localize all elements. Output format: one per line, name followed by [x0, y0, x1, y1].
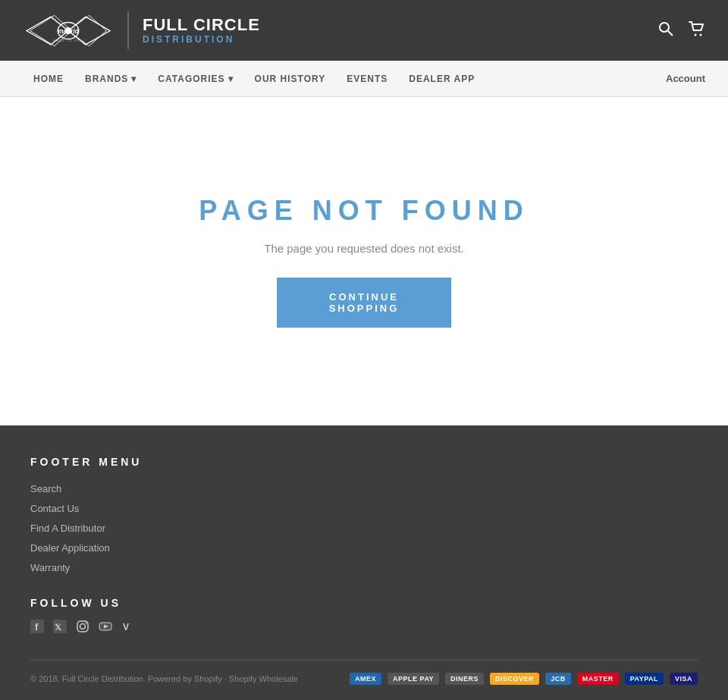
svg-text:V: V — [123, 622, 129, 633]
copyright-text: © 2018, Full Circle Distribution. Powere… — [30, 674, 298, 683]
footer-link-distributor[interactable]: Find A Distributor — [30, 523, 105, 534]
continue-shopping-button[interactable]: CONTINUE SHOPPING — [277, 278, 451, 328]
brand-name: FULL CIRCLE DISTRIBUTION — [143, 16, 260, 45]
footer-link-warranty[interactable]: Warranty — [30, 562, 70, 573]
nav-home[interactable]: HOME — [23, 61, 74, 97]
page-message: The page you requested does not exist. — [264, 242, 464, 255]
social-icons-group: f 𝕏 V — [30, 620, 698, 637]
cart-button[interactable] — [689, 21, 705, 40]
main-content: PAGE NOT FOUND The page you requested do… — [0, 97, 728, 425]
header-actions — [658, 21, 705, 40]
cart-icon — [689, 21, 705, 36]
mastercard-payment-icon: Master — [577, 673, 619, 685]
nav-brands[interactable]: BRANDS ▾ — [74, 61, 147, 97]
page-title: PAGE NOT FOUND — [199, 195, 529, 227]
nav-our-history[interactable]: OUR HISTORY — [244, 61, 337, 97]
footer-links-list: Search Contact Us Find A Distributor Dea… — [30, 482, 698, 574]
logo-area: madrid MADE IN USA FULL CIRCLE DISTRIBUT… — [23, 10, 260, 52]
svg-point-8 — [660, 23, 669, 32]
diners-payment-icon: Diners — [445, 673, 484, 685]
nav-events[interactable]: EVENTS — [336, 61, 398, 97]
site-footer: FOOTER MENU Search Contact Us Find A Dis… — [0, 425, 728, 700]
youtube-icon[interactable] — [99, 620, 112, 637]
list-item: Find A Distributor — [30, 521, 698, 535]
logo-divider — [127, 11, 129, 49]
search-icon — [658, 21, 673, 36]
paypal-payment-icon: PayPal — [625, 673, 664, 685]
visa-payment-icon: Visa — [670, 673, 698, 685]
svg-text:MADE IN USA: MADE IN USA — [54, 39, 83, 42]
nav-items: HOME BRANDS ▾ CATAGORIES ▾ OUR HISTORY E… — [23, 61, 485, 97]
madrid-logo-svg: madrid MADE IN USA — [23, 10, 114, 52]
footer-link-search[interactable]: Search — [30, 483, 61, 494]
search-button[interactable] — [658, 21, 673, 40]
list-item: Dealer Application — [30, 541, 698, 554]
instagram-icon[interactable] — [76, 620, 89, 637]
svg-text:𝕏: 𝕏 — [55, 623, 61, 632]
footer-link-contact[interactable]: Contact Us — [30, 503, 79, 514]
list-item: Warranty — [30, 560, 698, 574]
follow-title: FOLLOW US — [30, 597, 698, 609]
chevron-down-icon: ▾ — [131, 74, 136, 84]
footer-link-dealer[interactable]: Dealer Application — [30, 542, 110, 554]
site-header: madrid MADE IN USA FULL CIRCLE DISTRIBUT… — [0, 0, 728, 61]
footer-bottom: © 2018, Full Circle Distribution. Powere… — [30, 660, 698, 685]
main-nav: HOME BRANDS ▾ CATAGORIES ▾ OUR HISTORY E… — [0, 61, 728, 97]
amex-payment-icon: AMEX — [350, 673, 381, 685]
svg-line-9 — [668, 31, 673, 36]
svg-text:madrid: madrid — [58, 28, 79, 35]
chevron-down-icon-2: ▾ — [228, 74, 234, 84]
nav-dealer-app[interactable]: DEALER APP — [398, 61, 485, 97]
list-item: Contact Us — [30, 501, 698, 515]
brand-main-line1: FULL CIRCLE — [143, 16, 260, 34]
svg-point-10 — [695, 33, 697, 36]
vimeo-icon[interactable]: V — [121, 620, 135, 637]
svg-point-18 — [86, 623, 87, 624]
twitter-icon[interactable]: 𝕏 — [53, 620, 67, 637]
footer-menu-section: FOOTER MENU Search Contact Us Find A Dis… — [30, 456, 698, 574]
account-link[interactable]: Account — [666, 73, 705, 84]
svg-text:f: f — [35, 621, 39, 633]
svg-point-17 — [80, 624, 86, 629]
svg-point-11 — [700, 33, 702, 36]
jcb-payment-icon: JCB — [545, 673, 571, 685]
payment-icons-group: AMEX Apple Pay Diners Discover JCB Maste… — [350, 673, 698, 685]
facebook-icon[interactable]: f — [30, 620, 44, 637]
brand-main-line2: DISTRIBUTION — [143, 34, 260, 45]
list-item: Search — [30, 482, 698, 495]
follow-us-section: FOLLOW US f 𝕏 V — [30, 597, 698, 637]
nav-categories[interactable]: CATAGORIES ▾ — [147, 61, 243, 97]
discover-payment-icon: Discover — [490, 673, 539, 685]
applepay-payment-icon: Apple Pay — [388, 673, 439, 685]
footer-menu-title: FOOTER MENU — [30, 456, 698, 468]
